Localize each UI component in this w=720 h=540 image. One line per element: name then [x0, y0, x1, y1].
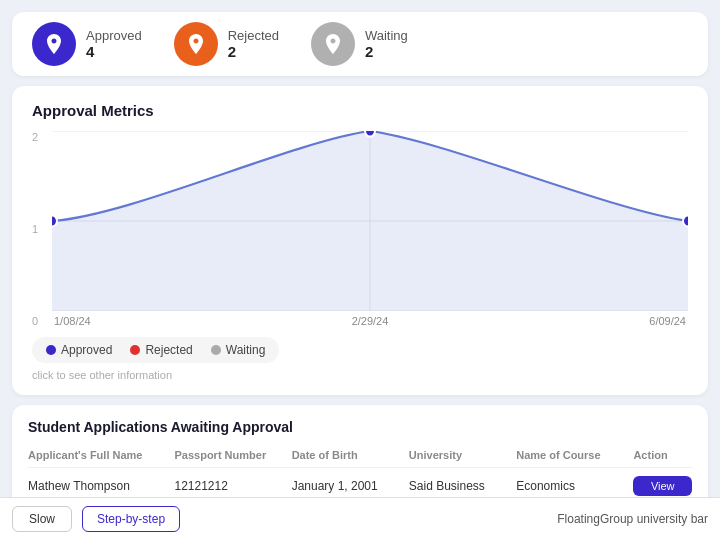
- y-axis-labels: 2 1 0: [32, 131, 38, 327]
- col-course: Name of Course: [516, 449, 633, 461]
- x-label-2: 2/29/24: [352, 315, 389, 327]
- rejected-label: Rejected: [228, 28, 279, 43]
- svg-point-5: [365, 131, 375, 137]
- stats-bar: Approved 4 Rejected 2 Waiting 2: [12, 12, 708, 76]
- col-name: Applicant's Full Name: [28, 449, 174, 461]
- legend-approved: Approved: [46, 343, 112, 357]
- legend-dot-approved: [46, 345, 56, 355]
- x-axis-labels: 1/08/24 2/29/24 6/09/24: [52, 315, 688, 327]
- view-button[interactable]: View: [633, 476, 692, 496]
- stat-approved: Approved 4: [32, 22, 142, 66]
- x-label-3: 6/09/24: [649, 315, 686, 327]
- row-university: Said Business: [409, 479, 516, 493]
- waiting-value: 2: [365, 43, 408, 60]
- chart-title: Approval Metrics: [32, 102, 688, 119]
- col-action: Action: [633, 449, 692, 461]
- stat-waiting: Waiting 2: [311, 22, 408, 66]
- chart-hint: click to see other information: [32, 369, 688, 381]
- waiting-icon: [311, 22, 355, 66]
- floating-group-label: FloatingGroup university bar: [557, 512, 708, 526]
- legend-waiting-label: Waiting: [226, 343, 266, 357]
- x-label-1: 1/08/24: [54, 315, 91, 327]
- step-button[interactable]: Step-by-step: [82, 506, 180, 532]
- row-name: Mathew Thompson: [28, 479, 174, 493]
- rejected-icon: [174, 22, 218, 66]
- col-passport: Passport Number: [174, 449, 291, 461]
- stat-rejected: Rejected 2: [174, 22, 279, 66]
- legend-approved-label: Approved: [61, 343, 112, 357]
- legend-dot-rejected: [130, 345, 140, 355]
- svg-point-6: [683, 215, 688, 226]
- approved-label: Approved: [86, 28, 142, 43]
- slow-button[interactable]: Slow: [12, 506, 72, 532]
- approved-value: 4: [86, 43, 142, 60]
- row-dob: January 1, 2001: [292, 479, 409, 493]
- table-card: Student Applications Awaiting Approval A…: [12, 405, 708, 510]
- legend-rejected: Rejected: [130, 343, 192, 357]
- legend-rejected-label: Rejected: [145, 343, 192, 357]
- svg-point-4: [52, 215, 57, 226]
- table-row: Mathew Thompson 12121212 January 1, 2001…: [28, 468, 692, 500]
- table-header: Applicant's Full Name Passport Number Da…: [28, 445, 692, 468]
- legend-dot-waiting: [211, 345, 221, 355]
- chart-area: [52, 131, 688, 311]
- col-dob: Date of Birth: [292, 449, 409, 461]
- waiting-label: Waiting: [365, 28, 408, 43]
- table-title: Student Applications Awaiting Approval: [28, 419, 692, 435]
- chart-card: Approval Metrics 2 1 0: [12, 86, 708, 395]
- row-course: Economics: [516, 479, 633, 493]
- col-university: University: [409, 449, 516, 461]
- legend-waiting: Waiting: [211, 343, 266, 357]
- approved-icon: [32, 22, 76, 66]
- chart-legend[interactable]: Approved Rejected Waiting: [32, 337, 279, 363]
- rejected-value: 2: [228, 43, 279, 60]
- row-passport: 12121212: [174, 479, 291, 493]
- bottom-bar: Slow Step-by-step FloatingGroup universi…: [0, 497, 720, 540]
